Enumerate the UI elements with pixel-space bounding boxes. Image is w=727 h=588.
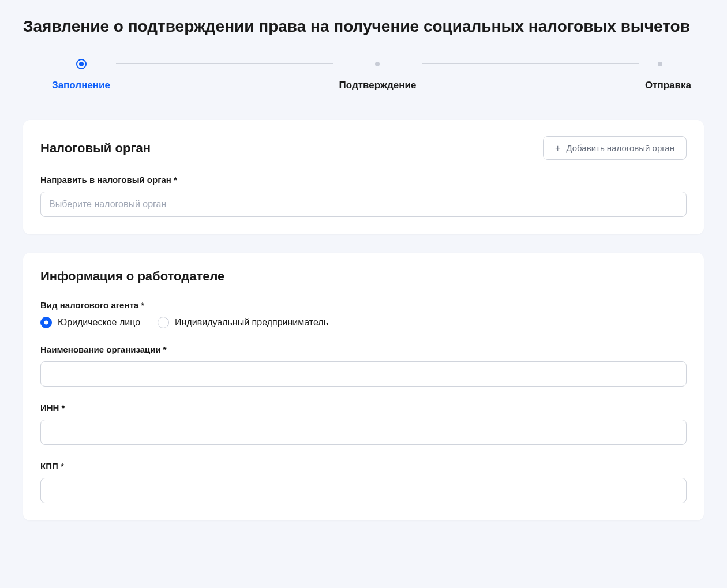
inn-label: ИНН *	[40, 403, 687, 413]
step-dot-inactive-icon	[375, 62, 380, 66]
tax-authority-select[interactable]	[40, 192, 687, 217]
inn-input[interactable]	[40, 420, 687, 445]
step-send[interactable]: Отправка	[639, 59, 681, 91]
stepper: Заполнение Подтверждение Отправка	[23, 59, 704, 91]
radio-unchecked-icon	[158, 317, 169, 328]
kpp-label: КПП *	[40, 461, 687, 471]
radio-individual-entrepreneur[interactable]: Индивидуальный предприниматель	[158, 317, 328, 328]
employer-title: Информация о работодателе	[40, 269, 224, 284]
add-button-label: Добавить налоговый орган	[566, 143, 674, 153]
step-confirm[interactable]: Подтверждение	[333, 59, 422, 91]
step-label: Заполнение	[52, 80, 110, 91]
org-name-input[interactable]	[40, 361, 687, 387]
employer-card: Информация о работодателе Вид налогового…	[23, 253, 704, 520]
tax-authority-card: Налоговый орган + Добавить налоговый орг…	[23, 120, 704, 234]
add-tax-authority-button[interactable]: + Добавить налоговый орган	[543, 136, 687, 160]
agent-type-label: Вид налогового агента *	[40, 300, 687, 310]
radio-label: Индивидуальный предприниматель	[175, 317, 328, 328]
step-dot-inactive-icon	[658, 62, 662, 66]
agent-type-radio-group: Юридическое лицо Индивидуальный предприн…	[40, 317, 687, 328]
step-fill[interactable]: Заполнение	[46, 59, 116, 91]
org-name-label: Наименование организации *	[40, 344, 687, 354]
radio-label: Юридическое лицо	[58, 317, 140, 328]
radio-legal-entity[interactable]: Юридическое лицо	[40, 317, 140, 328]
step-label: Подтверждение	[339, 80, 417, 91]
step-dot-active-icon	[76, 59, 87, 69]
plus-icon: +	[555, 144, 560, 153]
page-title: Заявление о подтверждении права на получ…	[23, 17, 704, 36]
tax-authority-title: Налоговый орган	[40, 141, 151, 156]
tax-authority-field-label: Направить в налоговый орган *	[40, 175, 687, 185]
step-label: Отправка	[645, 80, 691, 91]
kpp-input[interactable]	[40, 478, 687, 503]
radio-checked-icon	[40, 317, 52, 328]
